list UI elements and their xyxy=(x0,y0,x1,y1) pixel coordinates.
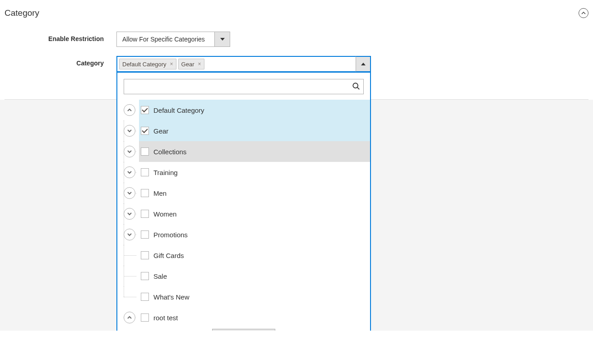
tree-checkbox[interactable] xyxy=(141,230,149,239)
section-collapse-button[interactable] xyxy=(579,8,588,18)
tree-checkbox[interactable] xyxy=(141,127,149,135)
chip-label: Gear xyxy=(181,61,195,68)
tree-node[interactable]: Sale xyxy=(139,266,370,286)
tree-checkbox[interactable] xyxy=(141,293,149,301)
tree-node-label: Default Category xyxy=(153,106,204,114)
search-icon[interactable] xyxy=(352,82,360,92)
chevron-up-icon xyxy=(127,315,132,320)
chip-label: Default Category xyxy=(122,61,167,68)
tree-checkbox[interactable] xyxy=(141,106,149,114)
chevron-up-icon xyxy=(361,62,366,66)
svg-point-0 xyxy=(353,83,358,88)
tree-node-label: root test xyxy=(153,314,178,322)
chevron-down-icon xyxy=(127,191,132,195)
chevron-down-icon xyxy=(127,170,132,175)
category-row: Category Default Category×Gear× xyxy=(0,53,593,99)
section-title: Category xyxy=(5,8,39,18)
category-dropdown-toggle[interactable] xyxy=(356,56,371,72)
tree-expander[interactable] xyxy=(124,208,135,220)
tree-node[interactable]: What's New xyxy=(139,286,370,307)
tree-node-label: Promotions xyxy=(153,231,188,239)
tree-checkbox[interactable] xyxy=(141,251,149,259)
category-dropdown-panel: Default CategoryGearCollectionsTrainingM… xyxy=(116,72,371,331)
chevron-down-icon xyxy=(127,212,132,216)
tree-expander[interactable] xyxy=(124,187,135,199)
chevron-down-icon xyxy=(127,232,132,237)
chip-remove-icon[interactable]: × xyxy=(198,61,201,67)
done-button[interactable]: Done xyxy=(212,329,275,331)
tree-node-label: Men xyxy=(153,189,167,197)
tree-checkbox[interactable] xyxy=(141,189,149,197)
tree-node-label: Women xyxy=(153,210,176,218)
category-chip: Default Category× xyxy=(119,59,176,69)
tree-node-label: What's New xyxy=(153,293,190,301)
chevron-up-icon xyxy=(581,11,586,15)
tree-node-label: Training xyxy=(153,169,178,176)
tree-expander[interactable] xyxy=(124,229,135,240)
tree-expander[interactable] xyxy=(124,166,135,178)
tree-expander[interactable] xyxy=(124,125,135,137)
tree-node[interactable]: root test xyxy=(139,307,370,323)
chip-remove-icon[interactable]: × xyxy=(170,61,173,67)
category-search-input[interactable] xyxy=(124,79,364,94)
tree-expander[interactable] xyxy=(124,312,135,323)
enable-restriction-toggle[interactable] xyxy=(215,32,230,47)
tree-node[interactable]: Promotions xyxy=(139,224,370,245)
tree-checkbox[interactable] xyxy=(141,168,149,176)
svg-line-1 xyxy=(357,88,360,90)
tree-node[interactable]: Default Category xyxy=(139,100,370,120)
tree-expander[interactable] xyxy=(124,146,135,157)
tree-node[interactable]: Collections xyxy=(139,141,370,162)
chevron-up-icon xyxy=(127,108,132,112)
category-tree: Default CategoryGearCollectionsTrainingM… xyxy=(124,100,370,323)
category-label: Category xyxy=(5,56,116,67)
tree-node[interactable]: Men xyxy=(139,183,370,203)
category-search xyxy=(124,79,364,94)
tree-node[interactable]: Gift Cards xyxy=(139,245,370,266)
chevron-down-icon xyxy=(220,37,225,41)
enable-restriction-value: Allow For Specific Categories xyxy=(116,32,215,47)
tree-node-label: Gift Cards xyxy=(153,252,184,259)
tree-checkbox[interactable] xyxy=(141,210,149,218)
category-chip: Gear× xyxy=(178,59,204,69)
tree-checkbox[interactable] xyxy=(141,147,149,156)
chevron-down-icon xyxy=(127,149,132,154)
tree-node-label: Collections xyxy=(153,148,186,156)
tree-node-label: Sale xyxy=(153,272,167,280)
enable-restriction-select[interactable]: Allow For Specific Categories xyxy=(116,32,230,47)
enable-restriction-label: Enable Restriction xyxy=(5,32,116,42)
category-multiselect: Default Category×Gear× Default CategoryG… xyxy=(116,56,371,72)
tree-node-label: Gear xyxy=(153,127,168,135)
category-chips-container[interactable]: Default Category×Gear× xyxy=(116,56,356,72)
tree-node[interactable]: Gear xyxy=(139,120,370,141)
enable-restriction-row: Enable Restriction Allow For Specific Ca… xyxy=(0,29,593,53)
chevron-down-icon xyxy=(127,129,132,133)
tree-checkbox[interactable] xyxy=(141,272,149,280)
tree-expander[interactable] xyxy=(124,104,135,116)
tree-checkbox[interactable] xyxy=(141,313,149,322)
tree-node[interactable]: Training xyxy=(139,162,370,183)
tree-node[interactable]: Women xyxy=(139,203,370,224)
